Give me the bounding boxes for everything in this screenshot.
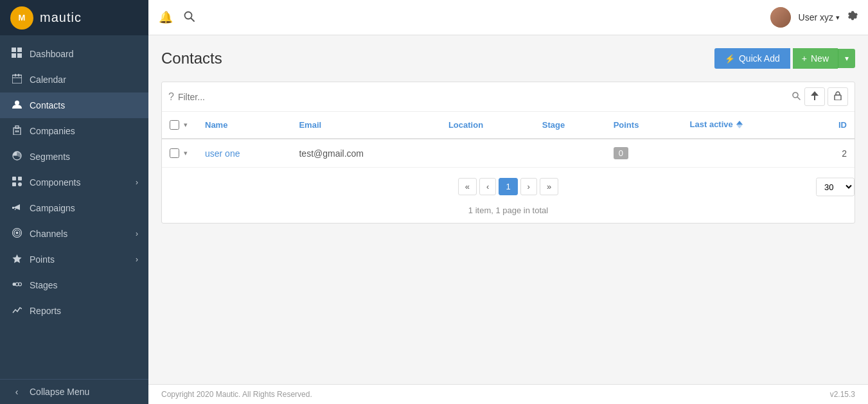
sidebar-item-channels[interactable]: Channels › bbox=[0, 221, 148, 247]
sidebar-item-label: Reports bbox=[30, 306, 61, 316]
svg-text:M: M bbox=[19, 13, 26, 22]
contact-id-cell: 2 bbox=[810, 139, 855, 168]
chevron-right-icon: › bbox=[136, 229, 138, 238]
svg-point-22 bbox=[15, 232, 18, 234]
version-text: v2.15.3 bbox=[830, 390, 855, 399]
first-page-button[interactable]: « bbox=[458, 178, 477, 195]
sidebar-item-dashboard[interactable]: Dashboard bbox=[0, 40, 148, 67]
search-icon[interactable] bbox=[183, 10, 195, 25]
last-page-button[interactable]: » bbox=[540, 178, 558, 195]
svg-rect-34 bbox=[835, 95, 841, 100]
segments-icon bbox=[10, 151, 23, 162]
points-badge: 0 bbox=[614, 147, 628, 159]
contact-name-cell: user one bbox=[197, 139, 291, 168]
contact-name-link[interactable]: user one bbox=[205, 148, 240, 159]
svg-marker-33 bbox=[811, 91, 819, 100]
table-row: ▾ user one test@gmail.com 0 2 bbox=[162, 139, 855, 168]
location-col-header: Location bbox=[441, 112, 535, 139]
copyright-text: Copyright 2020 Mautic. All Rights Reserv… bbox=[161, 390, 312, 399]
row-checkbox-cell: ▾ bbox=[162, 139, 197, 168]
contacts-icon bbox=[10, 100, 23, 111]
user-dropdown-icon: ▾ bbox=[836, 13, 840, 22]
sidebar-item-label: Segments bbox=[30, 152, 70, 162]
svg-rect-5 bbox=[17, 53, 22, 58]
sidebar-item-label: Calendar bbox=[30, 75, 66, 85]
quick-add-button[interactable]: ⚡ Quick Add bbox=[714, 48, 790, 69]
svg-rect-16 bbox=[12, 177, 16, 180]
current-page-button[interactable]: 1 bbox=[499, 178, 517, 195]
svg-point-19 bbox=[18, 182, 22, 186]
plus-icon: + bbox=[802, 53, 807, 64]
svg-rect-14 bbox=[15, 126, 19, 128]
sidebar-item-segments[interactable]: Segments bbox=[0, 144, 148, 170]
svg-marker-36 bbox=[736, 125, 743, 128]
sidebar-item-calendar[interactable]: Calendar bbox=[0, 67, 148, 92]
caret-down-icon: ▾ bbox=[845, 54, 849, 63]
lightning-icon: ⚡ bbox=[725, 54, 735, 64]
sidebar-item-label: Stages bbox=[30, 280, 58, 290]
sidebar: M mautic Dashboard Calendar Contacts bbox=[0, 0, 148, 404]
content-area: Contacts ⚡ Quick Add + New ▾ ? bbox=[148, 35, 868, 384]
sidebar-item-label: Companies bbox=[30, 126, 75, 136]
sidebar-item-label: Campaigns bbox=[30, 203, 75, 213]
page-title: Contacts bbox=[161, 49, 222, 67]
contact-points-cell: 0 bbox=[606, 139, 682, 168]
chevron-right-icon: › bbox=[136, 255, 138, 264]
sidebar-item-label: Components bbox=[30, 177, 80, 188]
sidebar-item-label: Dashboard bbox=[30, 49, 74, 59]
page-header: Contacts ⚡ Quick Add + New ▾ bbox=[161, 48, 855, 69]
lock-button[interactable] bbox=[828, 87, 848, 106]
collapse-label: Collapse Menu bbox=[30, 387, 89, 397]
sidebar-item-label: Contacts bbox=[30, 100, 65, 110]
sidebar-item-contacts[interactable]: Contacts bbox=[0, 92, 148, 118]
user-name-btn[interactable]: User xyz ▾ bbox=[799, 12, 840, 22]
sidebar-item-points[interactable]: Points › bbox=[0, 247, 148, 272]
sidebar-item-components[interactable]: Components › bbox=[0, 170, 148, 195]
logo-icon: M bbox=[10, 6, 33, 30]
new-dropdown-button[interactable]: ▾ bbox=[838, 49, 855, 68]
svg-rect-20 bbox=[12, 207, 14, 209]
settings-icon[interactable] bbox=[847, 11, 858, 24]
svg-rect-6 bbox=[12, 75, 22, 83]
next-page-button[interactable]: › bbox=[520, 178, 537, 195]
sidebar-item-campaigns[interactable]: Campaigns bbox=[0, 195, 148, 221]
sidebar-item-stages[interactable]: Stages bbox=[0, 272, 148, 298]
contact-location-cell bbox=[441, 139, 535, 168]
points-icon bbox=[10, 254, 23, 265]
new-button[interactable]: + New bbox=[793, 48, 838, 69]
avatar bbox=[770, 7, 791, 28]
table-container: ? bbox=[161, 82, 855, 224]
prev-page-button[interactable]: ‹ bbox=[479, 178, 496, 195]
pagination: « ‹ 1 › » 30 50 100 bbox=[162, 168, 855, 206]
collapse-menu-btn[interactable]: ‹ Collapse Menu bbox=[0, 379, 148, 404]
sidebar-item-companies[interactable]: Companies bbox=[0, 118, 148, 144]
notification-icon[interactable]: 🔔 bbox=[159, 10, 173, 24]
sidebar-item-reports[interactable]: Reports bbox=[0, 298, 148, 324]
collapse-icon: ‹ bbox=[10, 387, 23, 397]
svg-rect-4 bbox=[12, 53, 16, 58]
filter-search-button[interactable] bbox=[792, 91, 801, 102]
svg-rect-2 bbox=[12, 48, 16, 52]
calendar-icon bbox=[10, 74, 23, 85]
row-checkbox[interactable] bbox=[170, 148, 179, 158]
lightning-filter-button[interactable] bbox=[804, 87, 825, 106]
svg-rect-17 bbox=[18, 177, 22, 180]
filter-input[interactable] bbox=[178, 92, 788, 102]
svg-rect-13 bbox=[17, 130, 19, 132]
logo-text: mautic bbox=[40, 10, 82, 25]
svg-point-10 bbox=[15, 101, 19, 105]
filter-help-icon[interactable]: ? bbox=[168, 91, 174, 103]
row-dropdown-button[interactable]: ▾ bbox=[182, 148, 190, 159]
svg-marker-25 bbox=[12, 254, 21, 263]
per-page-select[interactable]: 30 50 100 bbox=[816, 177, 855, 196]
select-dropdown-button[interactable]: ▾ bbox=[182, 119, 190, 130]
select-all-checkbox[interactable] bbox=[170, 120, 179, 130]
sidebar-nav: Dashboard Calendar Contacts Companies bbox=[0, 35, 148, 379]
email-col-header: Email bbox=[291, 112, 440, 139]
components-icon bbox=[10, 177, 23, 188]
companies-icon bbox=[10, 125, 23, 137]
points-col-header: Points bbox=[606, 112, 682, 139]
sidebar-logo[interactable]: M mautic bbox=[0, 0, 148, 35]
contacts-table: ▾ Name Email Location Sta bbox=[162, 112, 855, 168]
channels-icon bbox=[10, 228, 23, 240]
